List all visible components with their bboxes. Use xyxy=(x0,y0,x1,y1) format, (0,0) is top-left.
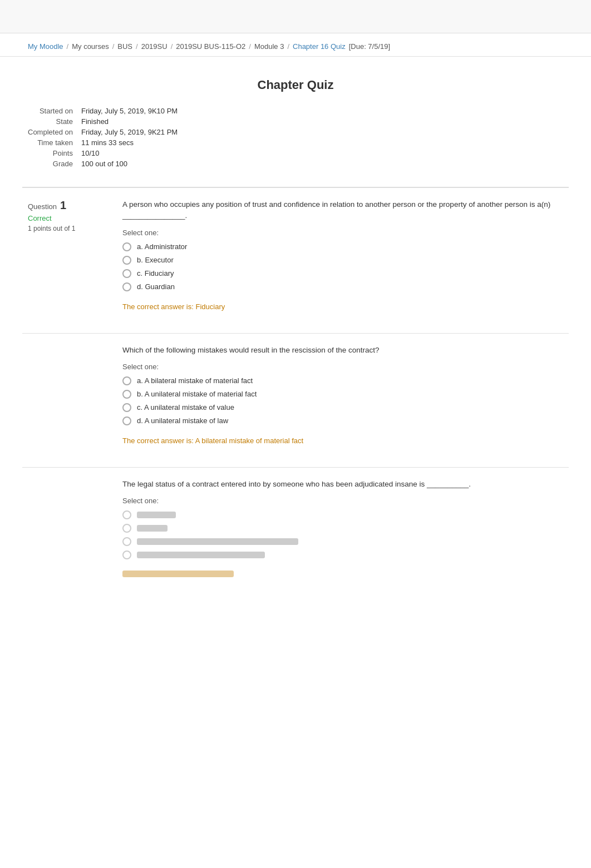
info-state: State Finished xyxy=(28,117,178,128)
radio-q2-d[interactable] xyxy=(122,416,131,425)
question-number-1: 1 xyxy=(60,199,66,212)
option-label-q1-b: b. Executor xyxy=(137,256,174,264)
question-3-option-a-blurred xyxy=(122,510,563,519)
sep5: / xyxy=(249,42,251,51)
sep6: / xyxy=(287,42,289,51)
radio-q2-a[interactable] xyxy=(122,376,131,385)
breadcrumb-mymoodle[interactable]: My Moodle xyxy=(28,42,63,51)
question-label-1: Question xyxy=(28,202,57,211)
question-3-text: The legal status of a contract entered i… xyxy=(122,479,563,490)
question-1-points: 1 points out of 1 xyxy=(28,225,106,232)
breadcrumb-mycourses: My courses xyxy=(72,42,109,51)
page-title: Chapter Quiz xyxy=(0,67,591,98)
blurred-option-q3-a xyxy=(137,512,176,518)
time-taken-value: 11 mins 33 secs xyxy=(81,138,178,149)
question-1-select-label: Select one: xyxy=(122,229,563,237)
completed-on-label: Completed on xyxy=(28,128,81,138)
option-label-q2-a: a. A bilateral mistake of material fact xyxy=(137,376,253,385)
radio-q1-c[interactable] xyxy=(122,269,131,278)
question-2-option-d[interactable]: d. A unilateral mistake of law xyxy=(122,416,563,425)
sep4: / xyxy=(171,42,173,51)
completed-on-value: Friday, July 5, 2019, 9K21 PM xyxy=(81,128,178,138)
breadcrumb-course: 2019SU BUS-115-O2 xyxy=(176,42,245,51)
question-1-option-a[interactable]: a. Administrator xyxy=(122,242,563,251)
question-1-text: A person who occupies any position of tr… xyxy=(122,199,563,222)
breadcrumb-quiz[interactable]: Chapter 16 Quiz xyxy=(293,42,346,51)
radio-q2-b[interactable] xyxy=(122,390,131,399)
question-1-sidebar: Question 1 Correct 1 points out of 1 xyxy=(28,199,117,322)
radio-q3-a-blurred xyxy=(122,510,131,519)
sep3: / xyxy=(136,42,138,51)
question-1-content: A person who occupies any position of tr… xyxy=(117,199,563,322)
question-2-sidebar xyxy=(28,345,117,456)
option-label-q1-a: a. Administrator xyxy=(137,242,187,251)
question-3-option-b-blurred xyxy=(122,524,563,533)
radio-q1-a[interactable] xyxy=(122,242,131,251)
option-label-q1-c: c. Fiduciary xyxy=(137,269,174,277)
option-label-q1-d: d. Guardian xyxy=(137,282,175,291)
question-3-content: The legal status of a contract entered i… xyxy=(117,479,563,577)
question-1-section: Question 1 Correct 1 points out of 1 A p… xyxy=(22,187,569,333)
breadcrumb-due: [Due: 7/5/19] xyxy=(349,42,390,51)
breadcrumb-bus: BUS xyxy=(117,42,132,51)
info-grade: Grade 100 out of 100 xyxy=(28,160,178,170)
question-3-option-d-blurred xyxy=(122,550,563,559)
question-1-status: Correct xyxy=(28,214,106,222)
sep2: / xyxy=(112,42,115,51)
blurred-option-q3-c xyxy=(137,538,298,545)
option-label-q2-b: b. A unilateral mistake of material fact xyxy=(137,390,257,398)
state-value: Finished xyxy=(81,117,178,128)
question-3-select-label: Select one: xyxy=(122,497,563,505)
question-3-sidebar xyxy=(28,479,117,577)
radio-q3-d-blurred xyxy=(122,550,131,559)
question-2-option-b[interactable]: b. A unilateral mistake of material fact xyxy=(122,390,563,399)
question-1-option-c[interactable]: c. Fiduciary xyxy=(122,269,563,278)
started-on-label: Started on xyxy=(28,107,81,117)
option-label-q2-d: d. A unilateral mistake of law xyxy=(137,416,228,425)
radio-q3-c-blurred xyxy=(122,537,131,546)
blurred-option-q3-b xyxy=(137,525,168,532)
question-3-correct-answer-blurred xyxy=(122,571,234,577)
top-bar xyxy=(0,0,591,33)
info-time-taken: Time taken 11 mins 33 secs xyxy=(28,138,178,149)
option-label-q2-c: c. A unilateral mistake of value xyxy=(137,403,234,411)
info-started-on: Started on Friday, July 5, 2019, 9K10 PM xyxy=(28,107,178,117)
info-table: Started on Friday, July 5, 2019, 9K10 PM… xyxy=(28,107,591,170)
question-2-content: Which of the following mistakes would re… xyxy=(117,345,563,456)
blurred-option-q3-d xyxy=(137,552,265,558)
grade-label: Grade xyxy=(28,160,81,170)
radio-q3-b-blurred xyxy=(122,524,131,533)
footer-space xyxy=(0,588,591,700)
sep1: / xyxy=(67,42,69,51)
question-2-correct-answer: The correct answer is: A bilateral mista… xyxy=(122,437,563,445)
grade-value: 100 out of 100 xyxy=(81,160,178,170)
breadcrumb-module3: Module 3 xyxy=(254,42,284,51)
state-label: State xyxy=(28,117,81,128)
question-1-option-d[interactable]: d. Guardian xyxy=(122,282,563,291)
radio-q1-b[interactable] xyxy=(122,256,131,265)
breadcrumb-2019su: 2019SU xyxy=(141,42,168,51)
question-3-option-c-blurred xyxy=(122,537,563,546)
info-points: Points 10/10 xyxy=(28,149,178,160)
radio-q1-d[interactable] xyxy=(122,282,131,291)
started-on-value: Friday, July 5, 2019, 9K10 PM xyxy=(81,107,178,117)
info-completed-on: Completed on Friday, July 5, 2019, 9K21 … xyxy=(28,128,178,138)
question-2-section: Which of the following mistakes would re… xyxy=(22,333,569,467)
time-taken-label: Time taken xyxy=(28,138,81,149)
question-1-option-b[interactable]: b. Executor xyxy=(122,256,563,265)
breadcrumb: My Moodle / My courses / BUS / 2019SU / … xyxy=(0,33,591,57)
question-1-correct-answer: The correct answer is: Fiduciary xyxy=(122,302,563,311)
points-label: Points xyxy=(28,149,81,160)
question-3-section: The legal status of a contract entered i… xyxy=(22,467,569,588)
points-value: 10/10 xyxy=(81,149,178,160)
question-2-text: Which of the following mistakes would re… xyxy=(122,345,563,356)
question-2-option-c[interactable]: c. A unilateral mistake of value xyxy=(122,403,563,412)
question-2-option-a[interactable]: a. A bilateral mistake of material fact xyxy=(122,376,563,385)
question-2-select-label: Select one: xyxy=(122,363,563,371)
radio-q2-c[interactable] xyxy=(122,403,131,412)
